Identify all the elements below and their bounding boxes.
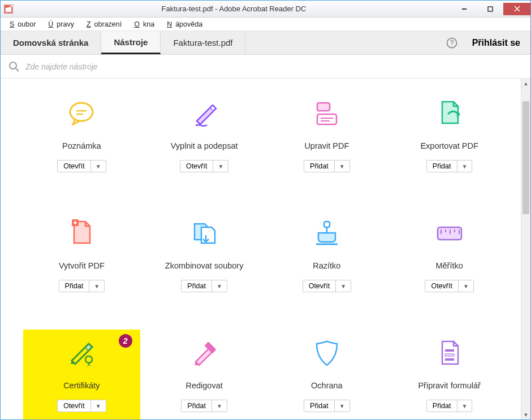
tool-label: Měřítko: [435, 255, 463, 276]
tool-icon: [189, 97, 219, 131]
tab-bar: Domovská stránka Nástroje Faktura-test.p…: [1, 31, 530, 55]
tool-icon: [189, 217, 219, 250]
search-input[interactable]: [25, 62, 523, 71]
tab-tools[interactable]: Nástroje: [101, 31, 161, 54]
tool-card[interactable]: 2CertifikátyOtevřít▼: [23, 330, 140, 419]
tool-badge: 2: [119, 334, 132, 348]
tool-card[interactable]: RedigovatPřidat▼: [146, 330, 263, 419]
tool-card[interactable]: Připravit formulářPřidat▼: [391, 330, 508, 419]
tool-action-button[interactable]: Otevřít▼: [57, 400, 106, 412]
tool-card[interactable]: Exportovat PDFPřidat▼: [391, 90, 508, 181]
tool-action-label: Otevřít: [425, 280, 459, 292]
tool-card[interactable]: Zkombinovat souboryPřidat▼: [146, 210, 263, 301]
tool-action-label: Otevřít: [180, 161, 214, 172]
tool-action-label: Přidat: [59, 280, 90, 292]
menu-view[interactable]: Zobrazení: [83, 19, 128, 29]
menu-windows[interactable]: Okna: [131, 19, 161, 29]
chevron-down-icon[interactable]: ▼: [459, 280, 473, 292]
tool-action-label: Přidat: [427, 400, 457, 412]
tool-card[interactable]: PoznámkaOtevřít▼: [23, 90, 140, 181]
chevron-down-icon[interactable]: ▼: [335, 161, 349, 172]
tool-label: Razítko: [313, 255, 340, 276]
svg-rect-30: [445, 349, 454, 352]
maximize-button[interactable]: [477, 3, 503, 15]
tool-label: Upravit PDF: [304, 135, 349, 157]
tab-document[interactable]: Faktura-test.pdf: [161, 31, 245, 54]
tool-icon: [434, 217, 465, 250]
svg-line-8: [16, 68, 19, 71]
vertical-scrollbar[interactable]: ▲ ▼: [521, 79, 530, 419]
svg-rect-13: [317, 114, 336, 124]
tool-card[interactable]: RazítkoOtevřít▼: [269, 210, 386, 301]
svg-rect-19: [324, 222, 330, 227]
tool-label: Vyplnit a podepsat: [171, 135, 238, 157]
menu-edit[interactable]: Úpravy: [45, 19, 81, 29]
sign-in-button[interactable]: Přihlásit se: [462, 31, 530, 54]
tool-action-label: Přidat: [427, 161, 457, 172]
close-button[interactable]: [503, 3, 530, 15]
chevron-down-icon[interactable]: ▼: [457, 400, 472, 412]
chevron-down-icon[interactable]: ▼: [212, 400, 227, 412]
svg-point-7: [10, 62, 16, 69]
tool-label: Zkombinovat soubory: [165, 255, 244, 276]
tool-action-button[interactable]: Otevřít▼: [303, 280, 351, 292]
chevron-down-icon[interactable]: ▼: [335, 400, 349, 412]
chevron-down-icon[interactable]: ▼: [89, 280, 104, 292]
tool-icon: [189, 336, 219, 370]
svg-point-28: [85, 356, 92, 363]
tool-icon: [66, 336, 97, 370]
menu-file[interactable]: Soubor: [6, 19, 42, 29]
tool-icon: [66, 217, 97, 250]
tool-card[interactable]: OchranaPřidat▼: [269, 330, 386, 419]
tool-label: Vytvořit PDF: [59, 255, 105, 276]
tool-action-label: Přidat: [304, 161, 335, 172]
tool-icon: [434, 336, 465, 370]
tool-action-button[interactable]: Otevřít▼: [425, 280, 473, 292]
tool-action-label: Otevřít: [303, 280, 336, 292]
scroll-up-button[interactable]: ▲: [521, 79, 530, 88]
search-icon: [8, 61, 20, 72]
svg-rect-2: [488, 7, 493, 11]
minimize-button[interactable]: [451, 3, 477, 15]
tool-icon: [312, 97, 342, 131]
svg-rect-31: [445, 354, 454, 356]
tool-action-button[interactable]: Přidat▼: [304, 160, 350, 172]
tool-label: Ochrana: [311, 375, 343, 396]
tool-action-label: Přidat: [182, 280, 212, 292]
chevron-down-icon[interactable]: ▼: [212, 280, 227, 292]
tool-icon: [434, 97, 465, 131]
chevron-down-icon[interactable]: ▼: [336, 280, 351, 292]
app-icon: [4, 5, 13, 14]
tool-action-button[interactable]: Otevřít▼: [57, 160, 106, 172]
window-title: Faktura-test.pdf - Adobe Acrobat Reader …: [16, 5, 451, 13]
tool-label: Certifikáty: [63, 375, 100, 396]
tool-action-button[interactable]: Přidat▼: [426, 400, 473, 412]
tool-action-label: Přidat: [182, 400, 212, 412]
tab-home[interactable]: Domovská stránka: [1, 31, 101, 54]
tool-card[interactable]: Upravit PDFPřidat▼: [269, 90, 386, 181]
tool-label: Exportovat PDF: [420, 135, 478, 157]
tool-action-button[interactable]: Přidat▼: [426, 160, 473, 172]
tool-action-button[interactable]: Přidat▼: [304, 400, 350, 412]
tool-action-button[interactable]: Otevřít▼: [180, 160, 228, 172]
chevron-down-icon[interactable]: ▼: [457, 161, 472, 172]
scroll-down-button[interactable]: ▼: [521, 410, 530, 419]
tool-icon: [312, 336, 342, 370]
tool-action-button[interactable]: Přidat▼: [59, 280, 105, 292]
tool-card[interactable]: Vyplnit a podepsatOtevřít▼: [146, 90, 263, 181]
chevron-down-icon[interactable]: ▼: [91, 400, 106, 412]
scrollbar-thumb[interactable]: [523, 101, 529, 214]
chevron-down-icon[interactable]: ▼: [91, 161, 106, 172]
tool-card[interactable]: Vytvořit PDFPřidat▼: [23, 210, 140, 301]
tool-label: Připravit formulář: [418, 375, 480, 396]
chevron-down-icon[interactable]: ▼: [213, 161, 228, 172]
tool-action-button[interactable]: Přidat▼: [181, 280, 227, 292]
help-button[interactable]: ?: [442, 31, 462, 54]
tool-action-label: Přidat: [304, 400, 335, 412]
tool-action-label: Otevřít: [58, 161, 91, 172]
tool-action-button[interactable]: Přidat▼: [181, 400, 227, 412]
menu-help[interactable]: Nápověda: [163, 19, 209, 29]
window-titlebar: Faktura-test.pdf - Adobe Acrobat Reader …: [1, 1, 530, 18]
tool-card[interactable]: MěřítkoOtevřít▼: [391, 210, 508, 301]
tool-action-label: Otevřít: [58, 400, 91, 412]
